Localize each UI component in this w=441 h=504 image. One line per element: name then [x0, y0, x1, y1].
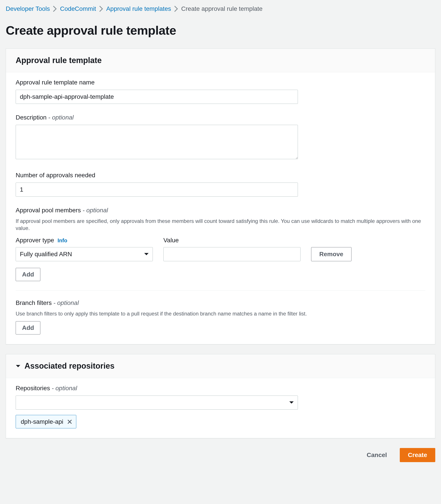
description-label-main: Description: [16, 114, 47, 121]
panel-header: Approval rule template: [6, 49, 435, 72]
add-pool-member-button[interactable]: Add: [16, 268, 40, 281]
repositories-label: Repositories - optional: [16, 384, 425, 393]
chevron-right-icon: [174, 5, 178, 12]
repositories-label-main: Repositories: [16, 385, 50, 392]
approval-pool-description: If approval pool members are specified, …: [16, 218, 425, 232]
breadcrumb-codecommit[interactable]: CodeCommit: [60, 4, 96, 13]
field-template-name: Approval rule template name: [16, 78, 425, 104]
add-branch-filter-button[interactable]: Add: [16, 321, 40, 334]
branch-filters-label: Branch filters - optional: [16, 299, 425, 307]
breadcrumb-approval-rule-templates[interactable]: Approval rule templates: [106, 4, 171, 13]
description-textarea[interactable]: [16, 125, 298, 159]
breadcrumb-developer-tools[interactable]: Developer Tools: [6, 4, 50, 13]
description-label: Description - optional: [16, 113, 425, 122]
description-label-optional: - optional: [48, 114, 74, 121]
template-name-input[interactable]: [16, 90, 298, 104]
branch-filters-description: Use branch filters to only apply this te…: [16, 310, 425, 317]
breadcrumb-current: Create approval rule template: [181, 4, 263, 13]
panel-heading: Approval rule template: [16, 55, 102, 66]
repo-token-label: dph-sample-api: [21, 417, 63, 426]
divider: [16, 290, 425, 291]
approver-value-input[interactable]: [163, 247, 300, 261]
breadcrumb: Developer Tools CodeCommit Approval rule…: [6, 3, 435, 18]
cancel-button[interactable]: Cancel: [359, 448, 395, 462]
repositories-select[interactable]: [16, 395, 298, 410]
close-icon[interactable]: [67, 419, 72, 424]
approver-type-value: Fully qualified ARN: [20, 250, 72, 258]
repos-panel-heading: Associated repositories: [24, 361, 114, 372]
approvals-needed-label: Number of approvals needed: [16, 171, 425, 179]
approval-pool-label: Approval pool members - optional: [16, 206, 425, 215]
approver-type-select[interactable]: Fully qualified ARN: [16, 247, 153, 261]
approver-type-label-text: Approver type: [16, 237, 54, 244]
form-actions: Cancel Create: [6, 448, 435, 462]
branch-filters-label-optional: - optional: [53, 299, 79, 306]
caret-down-icon: [16, 365, 20, 368]
chevron-right-icon: [99, 5, 103, 12]
value-label: Value: [163, 236, 300, 245]
field-approval-pool-members: Approval pool members - optional If appr…: [16, 206, 425, 281]
repositories-label-optional: - optional: [52, 385, 77, 392]
approval-pool-label-optional: - optional: [82, 207, 108, 214]
field-branch-filters: Branch filters - optional Use branch fil…: [16, 299, 425, 335]
approvals-needed-input[interactable]: [16, 183, 298, 197]
field-approvals-needed: Number of approvals needed: [16, 171, 425, 197]
info-link[interactable]: Info: [58, 237, 67, 243]
panel-associated-repositories: Associated repositories Repositories - o…: [6, 354, 435, 438]
approver-type-label: Approver type Info: [16, 236, 153, 245]
template-name-label: Approval rule template name: [16, 78, 425, 87]
chevron-right-icon: [53, 5, 57, 12]
field-description: Description - optional: [16, 113, 425, 161]
remove-button[interactable]: Remove: [311, 247, 351, 261]
create-button[interactable]: Create: [400, 448, 435, 462]
repos-panel-header[interactable]: Associated repositories: [6, 354, 435, 378]
approval-pool-label-main: Approval pool members: [16, 207, 81, 214]
page-title: Create approval rule template: [6, 22, 435, 39]
repo-token: dph-sample-api: [16, 415, 76, 428]
branch-filters-label-main: Branch filters: [16, 299, 52, 306]
panel-approval-rule-template: Approval rule template Approval rule tem…: [6, 48, 435, 345]
